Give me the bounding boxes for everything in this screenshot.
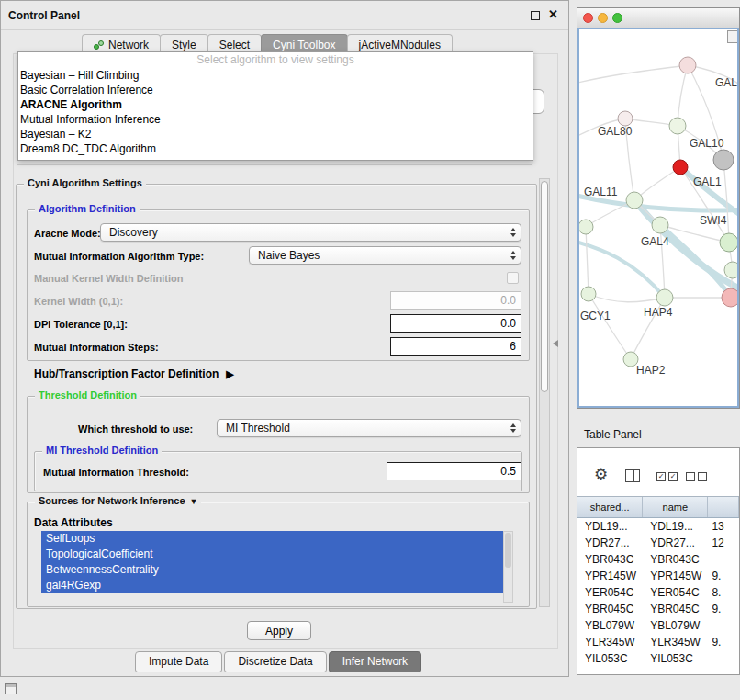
zoom-traffic-icon[interactable] — [612, 13, 622, 23]
which-threshold-select[interactable]: MI Threshold — [217, 419, 521, 437]
table-cell: YLR345W — [577, 634, 643, 650]
deselect-all-checkboxes-icon[interactable] — [686, 472, 707, 481]
table-cell — [708, 551, 739, 568]
table-row[interactable]: YBL079WYBL079W — [577, 617, 739, 634]
algorithm-option[interactable]: Dream8 DC_TDC Algorithm — [18, 141, 533, 156]
close-traffic-icon[interactable] — [583, 13, 593, 23]
table-row[interactable]: YER054CYER054C8. — [577, 584, 739, 601]
collapse-caret-icon[interactable]: ▼ — [190, 497, 198, 506]
birdseye-toggle-icon[interactable] — [727, 30, 739, 43]
minimized-panel-icon[interactable] — [5, 683, 17, 694]
table-row[interactable]: YIL053CYIL053C — [577, 650, 739, 667]
mi-type-value: Naive Bayes — [258, 249, 320, 263]
attribute-list-item[interactable]: TopologicalCoefficient — [41, 547, 503, 562]
tab-discretize-data[interactable]: Discretize Data — [224, 651, 326, 672]
aracne-mode-select[interactable]: Discovery — [100, 223, 521, 242]
table-cell — [708, 650, 739, 667]
network-graph-svg[interactable]: GALGAL80GAL10GAL1GAL11SWI4GAL4GCY1HAP4HA… — [579, 29, 737, 408]
columns-icon[interactable] — [625, 469, 640, 482]
mi-type-select[interactable]: Naive Bayes — [249, 246, 521, 265]
network-node[interactable] — [720, 233, 737, 252]
tab-label: Select — [219, 39, 250, 51]
close-icon[interactable]: ✕ — [548, 7, 558, 21]
minimize-traffic-icon[interactable] — [598, 13, 608, 23]
table-cell: YBR045C — [643, 601, 708, 617]
window-title: Control Panel — [8, 9, 80, 22]
sources-title: Sources for Network Inference▼ — [35, 495, 201, 506]
select-all-checkboxes-icon[interactable] — [656, 472, 678, 481]
mi-steps-input[interactable] — [390, 337, 521, 356]
table-toolbar: ⚙ — [577, 448, 739, 496]
bottom-tab-bar: Impute DataDiscretize DataInfer Network — [135, 651, 423, 672]
table-row[interactable]: YBR045CYBR045C9. — [577, 601, 739, 617]
table-cell: YDR27... — [577, 535, 643, 551]
mi-type-label: Mutual Information Algorithm Type: — [34, 251, 204, 262]
network-view-window: GALGAL80GAL10GAL1GAL11SWI4GAL4GCY1HAP4HA… — [577, 7, 740, 409]
table-column-header[interactable]: name — [643, 497, 708, 517]
network-node[interactable] — [713, 150, 734, 170]
node-label: GAL1 — [693, 175, 722, 188]
settings-scrollbar[interactable] — [539, 178, 550, 607]
splitter-collapse-icon[interactable] — [553, 340, 558, 347]
network-node[interactable] — [722, 288, 737, 307]
gear-icon[interactable]: ⚙ — [594, 467, 608, 482]
table-cell: 9. — [708, 568, 739, 584]
algorithm-option[interactable]: Mutual Information Inference — [18, 112, 533, 127]
algorithm-dropdown-list: Bayesian – Hill ClimbingBasic Correlatio… — [18, 68, 533, 156]
list-scrollbar[interactable] — [503, 531, 513, 603]
table-cell — [708, 617, 739, 634]
network-node[interactable] — [669, 118, 686, 134]
float-window-icon[interactable] — [531, 11, 540, 20]
aracne-mode-label: Aracne Mode: — [34, 228, 101, 239]
dpi-tolerance-input[interactable] — [390, 314, 521, 333]
attribute-list-item[interactable]: gal4RGexp — [41, 578, 503, 593]
table-cell: YLR345W — [643, 634, 708, 650]
apply-button[interactable]: Apply — [247, 621, 311, 640]
table-row[interactable]: YPR145WYPR145W9. — [577, 568, 739, 584]
attribute-list-item[interactable]: BetweennessCentrality — [41, 562, 503, 578]
tab-label: Cyni Toolbox — [273, 39, 335, 51]
mi-threshold-input[interactable] — [387, 462, 521, 480]
table-row[interactable]: YLR345WYLR345W9. — [577, 634, 739, 650]
node-label: GAL80 — [598, 125, 633, 138]
algorithm-dropdown-popup: Select algorithm to view settings Bayesi… — [17, 51, 533, 161]
network-node[interactable] — [724, 262, 737, 278]
network-node[interactable] — [618, 111, 633, 126]
hub-section-label[interactable]: Hub/Transcription Factor Definition▶ — [34, 367, 234, 380]
algorithm-option[interactable]: Bayesian – Hill Climbing — [18, 68, 533, 83]
table-column-header[interactable] — [708, 497, 739, 517]
manual-kernel-checkbox — [507, 272, 519, 284]
network-node[interactable] — [579, 220, 593, 234]
table-row[interactable]: YBR043CYBR043C — [577, 551, 739, 568]
table-cell: YBR045C — [577, 601, 643, 617]
which-threshold-label: Which threshold to use: — [78, 423, 193, 435]
network-tab-icon — [94, 40, 104, 50]
tab-impute-data[interactable]: Impute Data — [135, 651, 222, 672]
table-column-header[interactable]: shared... — [577, 497, 643, 517]
network-canvas[interactable]: GALGAL80GAL10GAL1GAL11SWI4GAL4GCY1HAP4HA… — [577, 28, 739, 408]
algorithm-option[interactable]: Basic Correlation Inference — [18, 83, 533, 97]
table-row[interactable]: YDR27...YDR27...12 — [577, 535, 739, 551]
algorithm-option[interactable]: ARACNE Algorithm — [18, 97, 533, 112]
network-node[interactable] — [626, 192, 643, 209]
tab-label: Network — [108, 39, 149, 51]
network-window-titlebar[interactable] — [577, 8, 739, 28]
node-label: GAL11 — [584, 186, 618, 198]
table-panel-window: ⚙ shared...name YDL19...YDL19...13YDR27.… — [577, 447, 740, 675]
algorithm-option[interactable]: Bayesian – K2 — [18, 127, 533, 141]
network-node[interactable] — [656, 289, 673, 306]
table-panel-title: Table Panel — [584, 428, 642, 441]
settings-scroll-thumb[interactable] — [541, 181, 548, 392]
network-node[interactable] — [652, 217, 668, 233]
attribute-list-item[interactable]: SelfLoops — [41, 531, 503, 547]
network-node[interactable] — [673, 160, 688, 175]
expand-arrow-icon[interactable]: ▶ — [226, 368, 233, 379]
node-label: GAL — [715, 76, 737, 89]
mi-threshold-label: Mutual Information Threshold: — [43, 467, 189, 478]
list-scroll-thumb[interactable] — [505, 533, 511, 568]
network-node[interactable] — [581, 287, 596, 301]
network-node[interactable] — [679, 57, 696, 73]
tab-infer-network[interactable]: Infer Network — [329, 651, 421, 672]
table-row[interactable]: YDL19...YDL19...13 — [577, 518, 739, 535]
node-label: HAP2 — [636, 364, 666, 377]
